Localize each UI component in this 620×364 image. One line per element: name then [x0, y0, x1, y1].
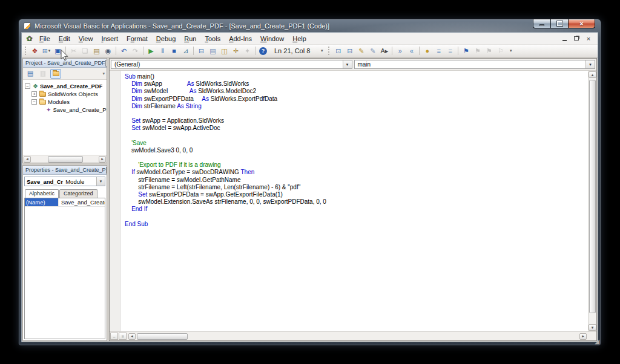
- menu-edit[interactable]: Edit: [54, 34, 74, 44]
- scroll-left-button[interactable]: ◂: [24, 156, 31, 163]
- tree-item-save-and-create-pdf[interactable]: −❖Save_and_Create_PDF: [25, 82, 107, 90]
- code-line[interactable]: swModel.Save3 0, 0, 0: [125, 147, 587, 154]
- object-dropdown[interactable]: (General) ▾: [111, 60, 352, 69]
- menu-file[interactable]: File: [35, 34, 54, 44]
- indent-button[interactable]: »: [394, 45, 406, 56]
- horizontal-scrollbar[interactable]: ◂ ▸: [128, 333, 596, 340]
- mdi-minimize-button[interactable]: [560, 34, 569, 42]
- vertical-scrollbar[interactable]: ▴ ▾: [588, 71, 596, 331]
- code-line[interactable]: [125, 154, 587, 161]
- toolbar-drag-grip[interactable]: [25, 47, 27, 55]
- project-explorer-button[interactable]: ⊟: [196, 45, 207, 56]
- menu-insert[interactable]: Insert: [97, 34, 122, 44]
- menu-view[interactable]: View: [74, 34, 97, 44]
- code-line[interactable]: End Sub: [125, 221, 587, 228]
- tree-item-solidworks-objects[interactable]: +SolidWorks Objects: [31, 90, 107, 98]
- code-line[interactable]: Set swApp = Application.SldWorks: [125, 117, 587, 125]
- menu-window[interactable]: Window: [256, 34, 288, 44]
- list-constants-button[interactable]: ⊟: [344, 45, 355, 56]
- menu-debug[interactable]: Debug: [152, 34, 180, 44]
- code-line[interactable]: End If: [125, 206, 587, 213]
- toggle-bookmark-button[interactable]: ⚑: [460, 45, 472, 56]
- scrollbar-thumb[interactable]: [137, 333, 188, 340]
- parameter-info-button[interactable]: ✎: [367, 45, 378, 56]
- code-margin-indicator-bar[interactable]: [110, 71, 120, 331]
- project-panel-close-button[interactable]: ×: [105, 60, 107, 67]
- property-value[interactable]: Save_and_Create_PDF1: [59, 198, 105, 206]
- standard-toolbar-overflow-button[interactable]: ▾: [318, 50, 325, 52]
- find-button[interactable]: ◉: [102, 45, 114, 56]
- scroll-right-button[interactable]: ▸: [99, 156, 106, 163]
- project-toolbar-overflow-button[interactable]: ▾: [102, 73, 105, 75]
- view-object-button[interactable]: ▥: [38, 69, 48, 79]
- tab-alphabetic[interactable]: Alphabetic: [25, 189, 59, 198]
- code-line[interactable]: Sub main(): [125, 73, 587, 80]
- code-line[interactable]: Set swModel = swApp.ActiveDoc: [125, 125, 587, 132]
- property-name[interactable]: (Name): [25, 198, 59, 206]
- scroll-down-button[interactable]: ▾: [589, 324, 596, 331]
- code-line[interactable]: strFilename = Left(strFilename, Len(strF…: [125, 184, 587, 191]
- menu-tools[interactable]: Tools: [200, 34, 225, 44]
- tree-item-modules[interactable]: −Modules: [31, 98, 107, 106]
- menu-run[interactable]: Run: [180, 34, 200, 44]
- tab-categorized[interactable]: Categorized: [59, 189, 97, 198]
- title-bar[interactable]: Microsoft Visual Basic for Applications …: [19, 19, 601, 32]
- view-code-button[interactable]: ▤: [25, 69, 36, 79]
- scrollbar-thumb[interactable]: [48, 156, 83, 163]
- code-editor[interactable]: Sub main() Dim swApp As SldWorks.SldWork…: [121, 73, 587, 331]
- menu-help[interactable]: Help: [288, 34, 311, 44]
- full-module-view-button[interactable]: ≡: [119, 333, 127, 340]
- resize-grip[interactable]: ◢: [595, 339, 599, 345]
- edit-toolbar-drag-grip[interactable]: [328, 47, 330, 55]
- reset-button[interactable]: ■: [168, 45, 180, 56]
- help-button[interactable]: ?: [257, 45, 269, 56]
- project-panel-header[interactable]: Project - Save_and_Create_PDF ×: [23, 59, 107, 68]
- uncomment-block-button[interactable]: ≡: [444, 45, 456, 56]
- code-line[interactable]: Dim swModel As SldWorks.ModelDoc2: [125, 88, 587, 95]
- run-button[interactable]: ▶: [145, 45, 157, 56]
- break-button[interactable]: ‖: [157, 45, 168, 56]
- code-line[interactable]: [125, 132, 587, 140]
- code-line[interactable]: 'Export to PDF if it is a drawing: [125, 161, 587, 169]
- mdi-restore-button[interactable]: [572, 34, 581, 42]
- toggle-folders-button[interactable]: [50, 69, 61, 79]
- code-line[interactable]: [125, 213, 587, 221]
- properties-panel-close-button[interactable]: ×: [106, 167, 107, 174]
- toggle-breakpoint-button[interactable]: ●: [421, 45, 433, 56]
- collapse-icon[interactable]: −: [25, 83, 30, 89]
- code-line[interactable]: [125, 110, 587, 117]
- code-line[interactable]: Dim strFilename As String: [125, 103, 587, 110]
- mdi-close-button[interactable]: ×: [584, 34, 593, 42]
- scroll-left-button[interactable]: ◂: [128, 333, 136, 340]
- code-line[interactable]: strFilename = swModel.GetPathName: [125, 177, 587, 184]
- undo-button[interactable]: ↶: [118, 45, 130, 56]
- project-horizontal-scrollbar[interactable]: ◂ ▸: [23, 155, 107, 163]
- menu-format[interactable]: Format: [122, 34, 152, 44]
- paste-button[interactable]: ▤: [91, 45, 102, 56]
- property-row[interactable]: (Name)Save_and_Create_PDF1: [25, 198, 105, 207]
- code-line[interactable]: Dim swExportPDFData As SldWorks.ExportPd…: [125, 96, 587, 103]
- menu-add-ins[interactable]: Add-Ins: [225, 34, 256, 44]
- scrollbar-thumb[interactable]: [589, 80, 596, 313]
- expand-icon[interactable]: +: [31, 91, 37, 97]
- comment-block-button[interactable]: ≡: [433, 45, 444, 56]
- toolbox-button[interactable]: ✛: [230, 45, 242, 56]
- code-line[interactable]: Dim swApp As SldWorks.SldWorks: [125, 80, 587, 88]
- code-line[interactable]: 'Save: [125, 140, 587, 147]
- design-mode-button[interactable]: ⊿: [180, 45, 191, 56]
- outdent-button[interactable]: «: [406, 45, 417, 56]
- tree-item-save-and-create-pdf1[interactable]: ✦Save_and_Create_PDF1: [38, 106, 107, 114]
- properties-panel-header[interactable]: Properties - Save_and_Create_P ×: [23, 166, 107, 175]
- collapse-icon[interactable]: −: [31, 99, 37, 105]
- complete-word-button[interactable]: A▸: [378, 45, 390, 56]
- save-button[interactable]: ▣: [52, 45, 64, 56]
- edit-toolbar-overflow-button[interactable]: ▾: [507, 50, 514, 52]
- scroll-up-button[interactable]: ▴: [589, 71, 596, 78]
- scroll-right-button[interactable]: ▸: [579, 333, 587, 340]
- properties-window-button[interactable]: ▤: [207, 45, 219, 56]
- list-properties-button[interactable]: ⊡: [332, 45, 344, 56]
- view-solidworks-button[interactable]: ❖: [29, 45, 41, 56]
- code-line[interactable]: Set swExportPDFData = swApp.GetExportFil…: [125, 191, 587, 198]
- restore-button[interactable]: [551, 19, 568, 28]
- procedure-view-button[interactable]: –: [110, 333, 118, 340]
